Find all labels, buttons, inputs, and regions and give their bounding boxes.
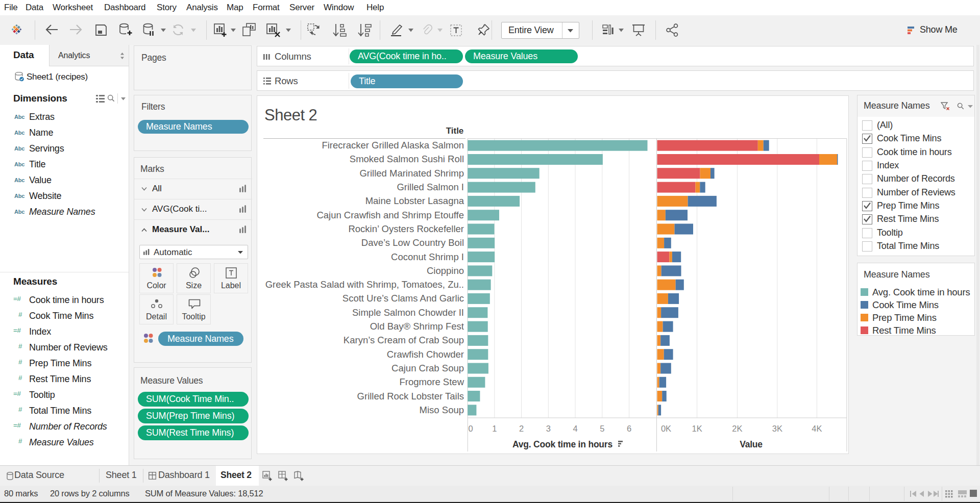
svg-text:Firecracker Grilled Alaska Sal: Firecracker Grilled Alaska Salmon — [322, 140, 464, 150]
svg-text:Karyn’s Cream of Crab Soup: Karyn’s Cream of Crab Soup — [344, 335, 464, 345]
svg-text:2: 2 — [519, 424, 524, 433]
svg-text:Scott Ure’s Clams And Garlic: Scott Ure’s Clams And Garlic — [342, 293, 464, 304]
svg-text:4: 4 — [573, 424, 577, 433]
svg-text:Simple Salmon Chowder II: Simple Salmon Chowder II — [352, 307, 464, 318]
svg-text:Old Bay® Shrimp Fest: Old Bay® Shrimp Fest — [370, 321, 464, 332]
svg-text:Avg. Cook time in hours: Avg. Cook time in hours — [512, 439, 612, 449]
svg-text:3K: 3K — [772, 424, 782, 433]
svg-text:Cajun Crawfish and Shrimp Etou: Cajun Crawfish and Shrimp Etouffe — [316, 210, 464, 220]
svg-text:Grilled Marinated Shrimp: Grilled Marinated Shrimp — [359, 168, 464, 179]
svg-text:1: 1 — [492, 424, 497, 433]
svg-text:3: 3 — [546, 424, 551, 433]
svg-text:Cajun Crab Soup: Cajun Crab Soup — [391, 363, 464, 373]
svg-text:2K: 2K — [732, 424, 742, 433]
svg-text:Sheet 2: Sheet 2 — [264, 106, 317, 124]
svg-text:6: 6 — [627, 424, 631, 433]
svg-text:Frogmore Stew: Frogmore Stew — [400, 376, 464, 387]
svg-text:Cioppino: Cioppino — [427, 265, 464, 276]
svg-text:Grilled Rock Lobster Tails: Grilled Rock Lobster Tails — [357, 391, 464, 401]
svg-text:1K: 1K — [692, 424, 702, 433]
svg-text:Title: Title — [446, 126, 464, 136]
svg-text:Rockin’ Oysters Rockefeller: Rockin’ Oysters Rockefeller — [348, 223, 464, 234]
svg-text:Dave’s Low Country Boil: Dave’s Low Country Boil — [361, 237, 464, 248]
svg-text:Greek Pasta Salad with Shrimp,: Greek Pasta Salad with Shrimp, Tomatoes,… — [265, 279, 464, 290]
svg-text:Coconut Shrimp I: Coconut Shrimp I — [391, 252, 464, 262]
svg-text:Crawfish Chowder: Crawfish Chowder — [387, 349, 464, 360]
svg-text:4K: 4K — [812, 424, 822, 433]
svg-text:5: 5 — [600, 424, 604, 433]
svg-text:Grilled Salmon I: Grilled Salmon I — [397, 182, 464, 192]
svg-text:Value: Value — [740, 439, 763, 449]
svg-text:Smoked Salmon Sushi Roll: Smoked Salmon Sushi Roll — [350, 154, 464, 164]
svg-text:Miso Soup: Miso Soup — [420, 405, 464, 415]
svg-text:0K: 0K — [661, 424, 671, 433]
svg-text:0: 0 — [468, 424, 473, 433]
svg-text:Maine Lobster Lasagna: Maine Lobster Lasagna — [365, 195, 464, 206]
